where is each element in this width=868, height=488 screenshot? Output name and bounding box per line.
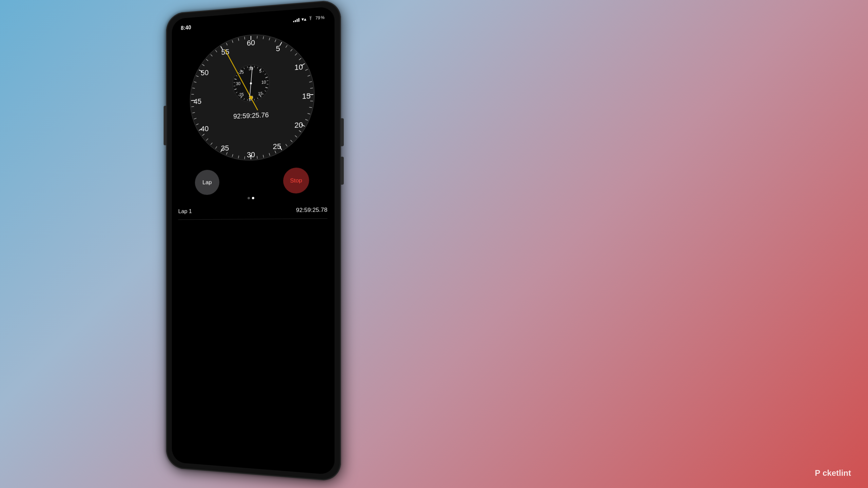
status-time: 8:40 — [181, 24, 191, 31]
app-content: /* ticks rendered inline below */ 60 5 1… — [172, 6, 335, 475]
bar4 — [298, 18, 299, 22]
wifi-icon: ▾▴ — [301, 16, 313, 22]
svg-line-58 — [191, 100, 195, 101]
watermark-dot: · — [820, 468, 823, 477]
battery-percent: 79 — [315, 15, 320, 20]
svg-text:25: 25 — [273, 142, 281, 150]
bar2 — [295, 20, 296, 22]
phone-case: 8:40 ▾▴ — [166, 0, 341, 482]
background — [0, 0, 868, 488]
side-button-right-bottom — [341, 157, 343, 185]
watermark-p: P — [815, 468, 820, 477]
svg-text:45: 45 — [194, 97, 201, 106]
battery-icon: 79 % — [315, 15, 324, 20]
stop-button[interactable]: Stop — [283, 167, 309, 194]
table-row: Lap 1 92:59:25.78 — [178, 202, 328, 220]
svg-text:92:59:25.76: 92:59:25.76 — [233, 111, 269, 120]
lap-time: 92:59:25.78 — [296, 206, 328, 214]
svg-text:30: 30 — [249, 66, 253, 71]
svg-text:5: 5 — [276, 44, 280, 53]
signal-icon — [293, 17, 299, 22]
svg-text:25: 25 — [239, 70, 244, 75]
watermark: P·cketlint — [815, 468, 851, 478]
buttons-row: Lap Stop — [195, 167, 309, 195]
svg-text:30: 30 — [236, 81, 241, 86]
dot-1 — [248, 197, 250, 199]
svg-text:10: 10 — [261, 80, 266, 84]
svg-text:25: 25 — [239, 92, 244, 97]
lap-table: Lap 1 92:59:25.78 — [172, 202, 335, 475]
lap-label: Lap 1 — [178, 208, 192, 215]
bar1 — [293, 21, 294, 22]
watermark-text: cketlint — [823, 468, 851, 477]
svg-text:50: 50 — [201, 68, 209, 77]
phone-wrapper: 8:40 ▾▴ — [166, 0, 341, 482]
phone-screen: 8:40 ▾▴ — [172, 6, 335, 475]
stopwatch-dial: /* ticks rendered inline below */ 60 5 1… — [189, 28, 316, 164]
svg-text:10: 10 — [294, 62, 303, 72]
svg-text:35: 35 — [221, 144, 229, 152]
dot-2 — [252, 197, 254, 199]
bar3 — [297, 19, 298, 22]
svg-text:5: 5 — [259, 69, 261, 74]
side-button-right-top — [341, 118, 343, 146]
pagination-dots — [248, 197, 254, 199]
svg-text:15: 15 — [258, 91, 263, 96]
dial-svg: /* ticks rendered inline below */ 60 5 1… — [189, 28, 316, 164]
side-button-left — [164, 106, 166, 145]
lap-button[interactable]: Lap — [195, 169, 219, 195]
svg-text:15: 15 — [302, 92, 311, 101]
status-icons: ▾▴ 79 % — [293, 15, 325, 22]
svg-line-28 — [309, 95, 313, 95]
